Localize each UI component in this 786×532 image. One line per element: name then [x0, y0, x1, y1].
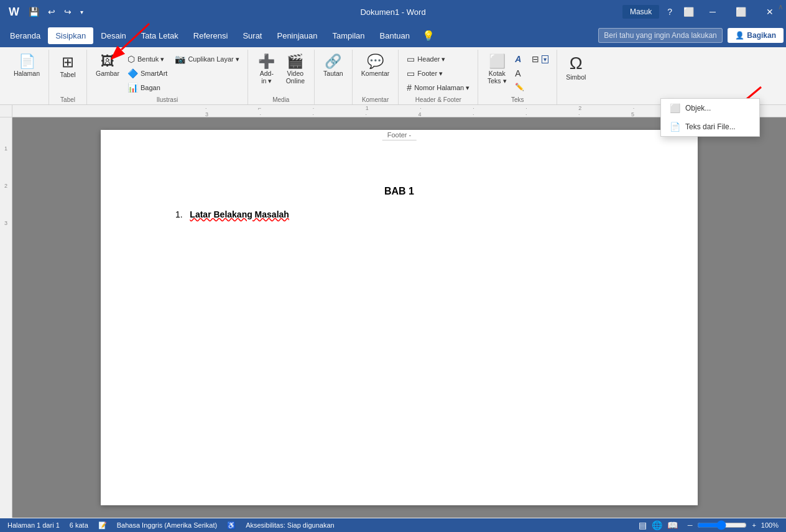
page-count: Halaman 1 dari 1 [7, 521, 60, 529]
komentar-group-label: Komentar [353, 96, 399, 103]
ribbon-group-teks: ⬜ KotakTeks ▾ A A ✏️ ⊟ [478, 50, 557, 104]
view-read-btn[interactable]: 📖 [667, 520, 678, 530]
quick-access-toolbar: W 💾 ↩ ↪ ▾ [5, 4, 86, 20]
wordart-icon: A [515, 54, 521, 64]
signature-btn[interactable]: ✏️ [512, 81, 527, 93]
simbol-btn[interactable]: Ω Simbol [562, 52, 590, 83]
ilustrasi-col2: 📷 Cuplikan Layar ▾ [172, 52, 242, 66]
ribbon-group-header-footer: ▭ Header ▾ ▭ Footer ▾ # Nomor Halaman ▾ … [399, 50, 478, 104]
accessibility-icon: ♿ [227, 521, 236, 530]
document-page[interactable]: Footer - BAB 1 1. Latar Belakang Masalah [101, 130, 698, 505]
ribbon: 📄 Halaman ⊞ Tabel Tabel 🖼 Gambar [0, 47, 786, 105]
nomor-halaman-btn[interactable]: # Nomor Halaman ▾ [404, 81, 473, 94]
view-web-btn[interactable]: 🌐 [652, 520, 662, 530]
teks-objek-icon: ⊟ [532, 54, 539, 64]
zoom-out-btn[interactable]: ─ [688, 521, 693, 529]
group-items-komentar: 💬 Komentar [358, 52, 394, 94]
ribbon-group-halaman: 📄 Halaman [5, 50, 49, 104]
ribbon-groups: 📄 Halaman ⊞ Tabel Tabel 🖼 Gambar [0, 50, 786, 104]
bentuk-label: Bentuk ▾ [137, 55, 164, 63]
share-btn[interactable]: 👤 Bagikan [728, 28, 784, 43]
item-text[interactable]: Latar Belakang Masalah [190, 209, 289, 219]
menu-peninjauan[interactable]: Peninjauan [269, 27, 325, 44]
gambar-btn[interactable]: 🖼 Gambar [92, 52, 123, 80]
video-online-btn[interactable]: 🎬 VideoOnline [282, 52, 309, 87]
cuplikan-btn[interactable]: 📷 Cuplikan Layar ▾ [172, 52, 242, 66]
objek-icon: ⬜ [670, 103, 680, 113]
menu-sisipkan[interactable]: Sisipkan [48, 27, 93, 44]
ribbon-collapse-btn[interactable]: ∧ [778, 2, 784, 11]
teks-objek-btn[interactable]: ⊟ ▾ [529, 52, 552, 66]
ribbon-group-tautan: 🔗 Tautan [315, 50, 353, 104]
footer-area-label: Footer - [382, 130, 417, 140]
tautan-btn[interactable]: 🔗 Tautan [320, 52, 347, 80]
smartart-btn[interactable]: 🔷 SmartArt [124, 66, 170, 80]
customize-qat-btn[interactable]: ▾ [77, 7, 86, 17]
language: Bahasa Inggris (Amerika Serikat) [117, 521, 217, 529]
bentuk-icon: ⬡ [127, 54, 135, 64]
tautan-label: Tautan [323, 70, 343, 77]
dropcap-btn[interactable]: A [512, 66, 527, 80]
menu-desain[interactable]: Desain [93, 27, 133, 44]
gambar-icon: 🖼 [101, 55, 114, 68]
ruler-corner [0, 105, 12, 117]
maximize-btn[interactable]: ⬜ [728, 4, 754, 19]
zoom-slider[interactable] [697, 520, 747, 530]
lightbulb-icon: 💡 [417, 30, 440, 42]
header-footer-col: ▭ Header ▾ ▭ Footer ▾ # Nomor Halaman ▾ [404, 52, 473, 94]
smartart-label: SmartArt [141, 70, 167, 77]
group-items-ilustrasi: 🖼 Gambar ⬡ Bentuk ▾ 🔷 SmartArt 📊 Bagan [92, 52, 243, 94]
bagan-icon: 📊 [127, 83, 138, 93]
menu-tampilan[interactable]: Tampilan [325, 27, 372, 44]
gambar-label: Gambar [96, 70, 119, 77]
bab-heading[interactable]: BAB 1 [163, 186, 636, 197]
smartart-icon: 🔷 [127, 68, 138, 78]
search-input[interactable] [598, 28, 723, 43]
help-btn[interactable]: ? [664, 6, 675, 18]
bagan-btn[interactable]: 📊 Bagan [124, 81, 170, 94]
signin-btn[interactable]: Masuk [622, 5, 659, 19]
dropdown-teks-dari-file[interactable]: 📄 Teks dari File... [661, 117, 759, 136]
group-items-halaman: 📄 Halaman [10, 52, 44, 94]
menu-tata-letak[interactable]: Tata Letak [134, 27, 186, 44]
komentar-btn[interactable]: 💬 Komentar [358, 52, 394, 80]
view-normal-btn[interactable]: ▤ [639, 520, 647, 530]
redo-btn[interactable]: ↪ [61, 6, 75, 18]
halaman-label: Halaman [14, 70, 40, 77]
menu-bantuan[interactable]: Bantuan [372, 27, 417, 44]
ribbon-display-btn[interactable]: ⬜ [680, 6, 697, 18]
ruler-v-inner: 1 2 3 [0, 117, 12, 242]
cuplikan-icon: 📷 [175, 54, 185, 64]
doc-check-icon: 📝 [98, 521, 107, 530]
tabel-btn[interactable]: ⊞ Tabel [54, 52, 81, 81]
save-btn[interactable]: 💾 [25, 6, 42, 18]
teks-icons-col2: ⊟ ▾ [529, 52, 552, 66]
word-icon-btn[interactable]: W [5, 4, 23, 20]
teks-group-label: Teks [478, 96, 557, 103]
add-in-btn[interactable]: ➕ Add-in ▾ [253, 52, 280, 87]
tabel-icon: ⊞ [62, 55, 74, 70]
window-controls: Masuk ? ⬜ ─ ⬜ ✕ [622, 4, 781, 19]
wordart-btn[interactable]: A [512, 52, 527, 66]
zoom-in-btn[interactable]: + [752, 521, 756, 529]
kotak-teks-icon: ⬜ [489, 55, 506, 68]
item-num: 1. [175, 209, 183, 219]
menu-referensi[interactable]: Referensi [186, 27, 236, 44]
ruler-v-3: 3 [0, 204, 12, 242]
footer-btn[interactable]: ▭ Footer ▾ [404, 66, 473, 80]
kotak-teks-btn[interactable]: ⬜ KotakTeks ▾ [483, 52, 511, 87]
dropdown-objek[interactable]: ⬜ Objek... [661, 99, 759, 117]
minimize-btn[interactable]: ─ [702, 4, 723, 19]
menu-surat[interactable]: Surat [235, 27, 269, 44]
header-footer-group-label: Header & Footer [399, 96, 478, 103]
nomor-label: Nomor Halaman ▾ [414, 84, 469, 92]
bentuk-btn[interactable]: ⬡ Bentuk ▾ [124, 52, 170, 66]
video-label: VideoOnline [286, 70, 305, 85]
menu-file[interactable]: Beranda [2, 27, 48, 44]
header-btn[interactable]: ▭ Header ▾ [404, 52, 473, 66]
teks-file-label: Teks dari File... [685, 122, 736, 131]
ribbon-group-ilustrasi: 🖼 Gambar ⬡ Bentuk ▾ 🔷 SmartArt 📊 Bagan [87, 50, 248, 104]
undo-btn[interactable]: ↩ [45, 6, 58, 18]
halaman-btn[interactable]: 📄 Halaman [10, 52, 44, 80]
ruler-v-2: 2 [0, 167, 12, 204]
